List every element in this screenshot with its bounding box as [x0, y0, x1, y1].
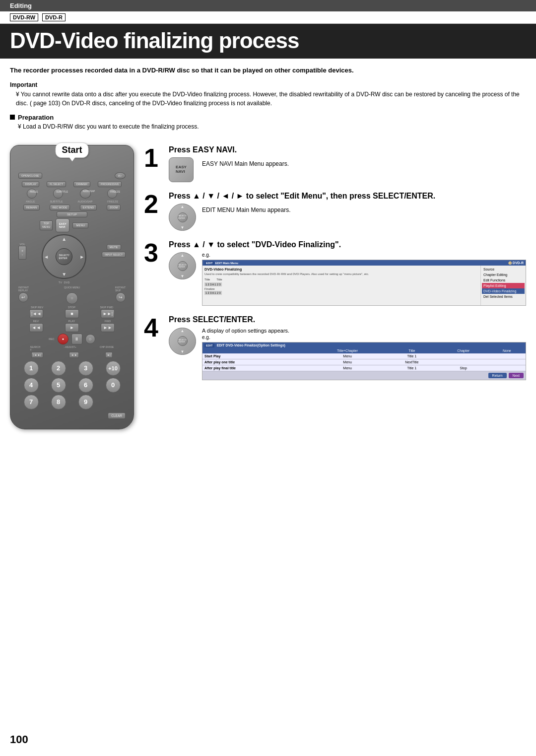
angle-label: ANGLE [26, 200, 35, 203]
preparation-section: Preparation ¥ Load a DVD-R/RW disc you w… [10, 114, 526, 130]
remain-button[interactable]: REMAIN [23, 205, 40, 210]
menu-button[interactable]: MENU [72, 222, 88, 228]
setup-button[interactable]: SETUP [57, 211, 87, 217]
easy-navi-illus: EASYNAVI [169, 157, 194, 182]
num3-button[interactable]: 3 [78, 361, 93, 376]
power-button[interactable]: I/▷ [115, 172, 126, 179]
rec-mode-button[interactable]: REC MODE [50, 205, 70, 210]
search-t-button[interactable]: |◄ ►| [31, 352, 43, 358]
step-4-image: ▲ ▼ SELECT/ENTER [169, 328, 196, 355]
next-button[interactable]: Next [509, 373, 524, 378]
steps-section: 1 Press EASY NAVI. EASYNAVI EASY NAVI Ma… [134, 145, 526, 389]
row-one-col1: Menu [310, 359, 385, 365]
row-final-col2: Title 1 [385, 365, 439, 371]
stop-button[interactable]: ■ [65, 309, 79, 318]
rec-button[interactable]: ● [58, 334, 68, 344]
subtitle-button[interactable]: SUBTITLE [53, 189, 63, 199]
row-one-col3 [439, 359, 488, 365]
disc-type-dvd-r: DVD-R [42, 13, 66, 21]
select-enter-illus-4: SELECT/ENTER [178, 336, 188, 346]
instant-replay-label: INSTANTREPLAY [18, 286, 29, 292]
quick-menu-button[interactable]: ☆ [66, 292, 78, 304]
progressive-button[interactable]: PROGRESSIVE [98, 181, 122, 187]
rev-button[interactable]: ◄◄ [29, 323, 43, 332]
fwd-button[interactable]: ►► [101, 323, 115, 332]
skip-fwd-button[interactable]: ►►| [101, 309, 115, 318]
play-button[interactable]: ► [65, 323, 79, 332]
dpad-illus-up: ▲ [181, 205, 185, 209]
angle-button[interactable]: ANGLE [27, 189, 37, 199]
num9-button[interactable]: 9 [78, 395, 93, 410]
num8-button[interactable]: 8 [51, 395, 66, 410]
display-button[interactable]: DISPLAY [22, 181, 39, 187]
step-3: 3 Press ▲ / ▼ to select "DVD-Video Final… [144, 240, 526, 306]
step-1: 1 Press EASY NAVI. EASYNAVI EASY NAVI Ma… [144, 145, 526, 182]
num5-button[interactable]: 5 [51, 378, 66, 393]
col-chapter: Chapter [439, 348, 488, 353]
instant-replay-button[interactable]: ↩ [18, 292, 28, 302]
dpad-right-arrow[interactable]: ► [79, 254, 84, 259]
top-menu-button[interactable]: TOPMENU [40, 220, 53, 230]
pause-button[interactable]: ⏸ [71, 334, 82, 344]
col-header-label [202, 348, 310, 353]
dpad-illus-down: ▼ [181, 225, 185, 230]
prep-square-icon [10, 115, 15, 120]
important-section: Important ¥ You cannot rewrite data onto… [10, 81, 526, 108]
screen-mockup-4: EDIT EDIT DVD-Video Finalize(Option Sett… [202, 342, 526, 380]
open-close-button[interactable]: OPEN/CLOSE [18, 173, 42, 179]
quick-menu-label: QUICK MENU [64, 286, 80, 292]
return-button[interactable]: Return [488, 373, 507, 378]
adjust-button[interactable]: ◄ ► [69, 352, 79, 358]
step-3-eg-label: e.g. [202, 252, 526, 258]
vol-button[interactable]: + - [18, 246, 26, 260]
important-label: Important [10, 81, 526, 88]
freeze-button[interactable]: FREEZE [107, 189, 117, 199]
page-title: DVD-Video finalizing process [10, 29, 526, 53]
remote-body: Start OPEN/CLOSE I/▷ DISPLAY FL SELECT D… [10, 145, 134, 429]
row-start-label: Start Play [202, 353, 310, 359]
num7-button[interactable]: 7 [24, 395, 39, 410]
screen-right-3: Source Chapter Editing Edit Functions Pl… [481, 266, 526, 305]
clear-button[interactable]: CLEAR [108, 412, 126, 419]
skip-fwd-label: SKIP FWD [100, 306, 114, 309]
dpad[interactable]: ▲ ▼ ◄ ► SELECT/ENTER [42, 234, 86, 279]
instant-skip-button[interactable]: ↪ [116, 292, 126, 302]
step-4-number: 4 [144, 315, 164, 341]
screen2-header: EDIT EDIT DVD-Video Finalize(Option Sett… [202, 343, 526, 348]
circle-button[interactable]: ○ [85, 334, 95, 344]
extend-button[interactable]: EXTEND [80, 205, 97, 210]
step-1-image: EASYNAVI [169, 157, 196, 182]
table-row-final: After play final title Menu Title 1 Stop [202, 365, 526, 371]
audio-sap-button[interactable]: AUDIO/SAP [80, 189, 91, 199]
step-1-number: 1 [144, 145, 164, 171]
screen-main-desc: Used to crete compatibility between the … [204, 273, 478, 276]
fl-select-button[interactable]: FL SELECT [47, 181, 66, 187]
step-4: 4 Press SELECT/ENTER. ▲ ▼ SELECT/ENTER A… [144, 315, 526, 380]
important-text: ¥ You cannot rewrite data onto a disc af… [10, 90, 526, 108]
chp-divide-button[interactable]: ►| [105, 352, 113, 358]
num0-button[interactable]: 0 [106, 378, 121, 393]
dpad-down-arrow[interactable]: ▼ [62, 272, 67, 277]
step-2-image: ▲ ▼ SELECT/ENTER [169, 204, 196, 231]
input-select-button[interactable]: INPUT SELECT [102, 252, 126, 258]
step-3-title: Press ▲ / ▼ to select "DVD-Video Finaliz… [169, 240, 526, 249]
disc-type-bar: DVD-RW DVD-R [0, 11, 536, 24]
screen-items-row2: 1 2 3 A 1 2 3 [204, 291, 222, 295]
dpad-up-arrow[interactable]: ▲ [62, 236, 67, 242]
num1-button[interactable]: 1 [24, 361, 39, 376]
step-4-description: A display of option settings appears. [202, 328, 526, 334]
zoom-button[interactable]: ZOOM [107, 205, 121, 210]
num6-button[interactable]: 6 [78, 378, 93, 393]
dimmer-button[interactable]: DIMMER [73, 181, 90, 187]
num10-button[interactable]: +10 [106, 361, 121, 376]
skip-rev-button[interactable]: |◄◄ [29, 309, 43, 318]
step-3-number: 3 [144, 240, 164, 266]
dpad-illus2-down: ▼ [181, 274, 185, 278]
section-label: Editing [10, 2, 32, 9]
num4-button[interactable]: 4 [24, 378, 39, 393]
easy-navi-button[interactable]: EASYNAVI [56, 218, 69, 232]
num2-button[interactable]: 2 [51, 361, 66, 376]
mute-button[interactable]: MUTE [107, 244, 121, 250]
dpad-left-arrow[interactable]: ◄ [44, 254, 49, 259]
select-enter-button[interactable]: SELECT/ENTER [56, 248, 72, 265]
